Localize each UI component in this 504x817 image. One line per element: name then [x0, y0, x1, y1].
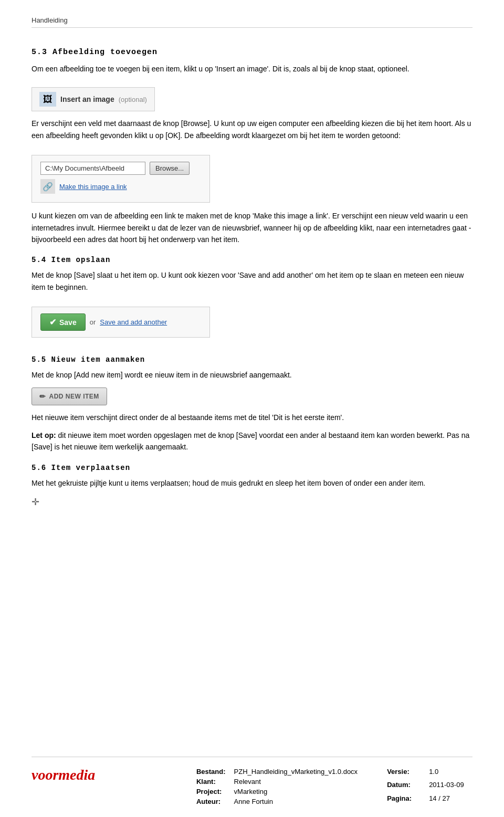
- klant-value: Relevant: [230, 777, 362, 787]
- save-button-mockup: ✔ Save or Save and add another: [32, 307, 210, 338]
- project-label: Project:: [192, 787, 230, 797]
- make-link-label[interactable]: Make this image a link: [59, 183, 127, 191]
- save-label: Save: [59, 318, 77, 327]
- footer-row-bestand: Bestand: PZH_Handleiding_vMarketing_v1.0…: [192, 767, 362, 777]
- add-new-item-mockup: ✏ ADD NEW ITEM: [32, 387, 472, 405]
- page-footer: voormedia Bestand: PZH_Handleiding_vMark…: [32, 757, 472, 806]
- section-5-3-para-1: Om een afbeelding toe te voegen bij een …: [32, 63, 472, 75]
- footer-table-right: Versie: 1.0 Datum: 2011-03-09 Pagina: 14…: [383, 767, 472, 806]
- save-check-icon: ✔: [49, 317, 56, 327]
- browse-row: C:\My Documents\Afbeeld Browse...: [40, 162, 201, 175]
- pagina-label: Pagina:: [383, 793, 425, 806]
- footer-table-left: Bestand: PZH_Handleiding_vMarketing_v1.0…: [192, 767, 362, 806]
- footer-row-project: Project: vMarketing: [192, 787, 362, 797]
- save-row: ✔ Save or Save and add another: [40, 313, 201, 331]
- auteur-value: Anne Fortuin: [230, 797, 362, 806]
- section-5-4-heading: 5.4 Item opslaan: [32, 256, 472, 264]
- page: Handleiding 5.3 Afbeelding toevoegen Om …: [0, 0, 504, 817]
- let-op-label: Let op:: [32, 431, 56, 439]
- footer-row-auteur: Auteur: Anne Fortuin: [192, 797, 362, 806]
- section-5-5-heading: 5.5 Nieuw item aanmaken: [32, 355, 472, 364]
- section-5-5-para-2: Het nieuwe item verschijnt direct onder …: [32, 412, 472, 423]
- filepath-field: C:\My Documents\Afbeeld: [40, 162, 145, 175]
- insert-image-icon: 🖼: [39, 92, 56, 107]
- browse-button[interactable]: Browse...: [150, 162, 190, 175]
- section-5-6-para-1: Met het gekruiste pijltje kunt u items v…: [32, 477, 472, 489]
- pagina-value: 14 / 27: [425, 793, 472, 806]
- header-title: Handleiding: [32, 16, 68, 24]
- save-button[interactable]: ✔ Save: [40, 313, 86, 331]
- add-new-item-label: ADD NEW ITEM: [49, 393, 99, 400]
- section-5-3-para-3: U kunt kiezen om van de afbeelding een l…: [32, 210, 472, 245]
- move-icon-mockup: ✛: [32, 496, 472, 508]
- section-5-4-para-1: Met de knop [Save] slaat u het item op. …: [32, 269, 472, 293]
- footer-bottom: voormedia Bestand: PZH_Handleiding_vMark…: [32, 767, 472, 806]
- section-5-5-para-3-text: dit nieuwe item moet worden opgeslagen m…: [32, 431, 469, 451]
- add-new-item-button[interactable]: ✏ ADD NEW ITEM: [32, 387, 107, 405]
- versie-label: Versie:: [383, 767, 425, 780]
- bestand-value: PZH_Handleiding_vMarketing_v1.0.docx: [230, 767, 362, 777]
- section-5-5-para-1: Met de knop [Add new item] wordt ee nieu…: [32, 369, 472, 381]
- auteur-label: Auteur:: [192, 797, 230, 806]
- section-5-5-para-3: Let op: dit nieuwe item moet worden opge…: [32, 430, 472, 453]
- insert-image-optional: (optional): [119, 96, 147, 103]
- save-add-another-link[interactable]: Save and add another: [100, 318, 167, 326]
- section-5-6-heading: 5.6 Item verplaatsen: [32, 464, 472, 472]
- insert-image-label: Insert an image: [60, 95, 114, 103]
- versie-value: 1.0: [425, 767, 472, 780]
- footer-logo: voormedia: [32, 767, 95, 783]
- bestand-label: Bestand:: [192, 767, 230, 777]
- section-5-3-para-2: Er verschijnt een veld met daarnaast de …: [32, 118, 472, 141]
- footer-row-versie: Versie: 1.0: [383, 767, 472, 780]
- section-5-3-heading: 5.3 Afbeelding toevoegen: [32, 48, 472, 57]
- make-link-icon: 🔗: [40, 179, 55, 194]
- klant-label: Klant:: [192, 777, 230, 787]
- browse-field-mockup: C:\My Documents\Afbeeld Browse... 🔗 Make…: [32, 155, 210, 203]
- page-header: Handleiding: [32, 16, 472, 28]
- pencil-icon: ✏: [39, 392, 46, 401]
- or-text: or: [90, 318, 96, 326]
- datum-label: Datum:: [383, 780, 425, 793]
- make-link-row: 🔗 Make this image a link: [40, 179, 201, 194]
- footer-info-cols: Bestand: PZH_Handleiding_vMarketing_v1.0…: [192, 767, 472, 806]
- footer-logo-area: voormedia: [32, 767, 95, 783]
- move-cross-icon: ✛: [32, 496, 39, 508]
- main-content: 5.3 Afbeelding toevoegen Om een afbeeldi…: [32, 38, 472, 746]
- footer-row-datum: Datum: 2011-03-09: [383, 780, 472, 793]
- project-value: vMarketing: [230, 787, 362, 797]
- insert-image-mockup: 🖼 Insert an image (optional): [32, 87, 155, 111]
- datum-value: 2011-03-09: [425, 780, 472, 793]
- footer-row-pagina: Pagina: 14 / 27: [383, 793, 472, 806]
- footer-row-klant: Klant: Relevant: [192, 777, 362, 787]
